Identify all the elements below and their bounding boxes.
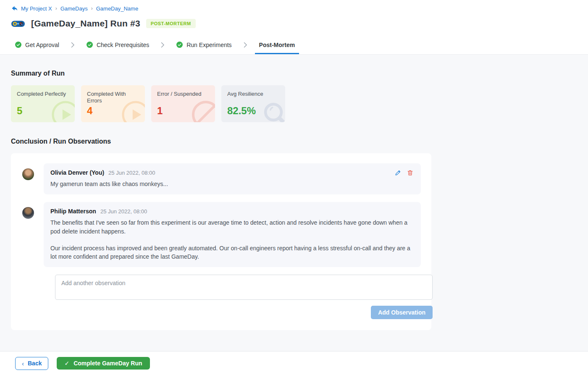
stat-label: Completed Perfectly xyxy=(17,91,69,97)
comment-text: My gamerun team acts like chaos monkeys.… xyxy=(50,180,413,188)
stat-value: 4 xyxy=(87,105,139,117)
comment-author: Philip Matterson xyxy=(50,208,96,215)
comment-author: Olivia Denver (You) xyxy=(50,169,104,176)
chevron-right-icon xyxy=(244,42,247,48)
stat-label: Completed With Errors xyxy=(87,91,139,105)
tab-run-experiments[interactable]: Run Experiments xyxy=(172,35,236,54)
stat-card-completed-perfectly: Completed Perfectly 5 xyxy=(11,85,75,122)
breadcrumb-link-gameday-name[interactable]: GameDay_Name xyxy=(96,5,138,12)
comment-timestamp: 25 Jun 2022, 08:00 xyxy=(108,170,155,176)
main-content: Summary of Run Completed Perfectly 5 Com… xyxy=(0,55,588,351)
stat-card-completed-with-errors: Completed With Errors 4 xyxy=(81,85,145,122)
stat-label: Avg Resilience xyxy=(227,91,279,97)
edit-icon[interactable] xyxy=(395,170,401,176)
breadcrumb: My Project X › GameDays › GameDay_Name xyxy=(11,4,577,16)
comment-bubble: Philip Matterson 25 Jun 2022, 08:00 The … xyxy=(44,202,421,267)
tab-check-prerequisites[interactable]: Check Prerequisites xyxy=(82,35,153,54)
check-circle-icon xyxy=(87,42,93,48)
comment-row: Philip Matterson 25 Jun 2022, 08:00 The … xyxy=(22,202,421,267)
chevron-left-icon: ‹ xyxy=(22,360,24,367)
breadcrumb-link-gamedays[interactable]: GameDays xyxy=(60,5,88,12)
chevron-right-icon: › xyxy=(55,5,57,11)
project-icon xyxy=(11,5,18,12)
page-title: [GameDay_Name] Run #3 xyxy=(31,18,140,29)
stat-value: 82.5% xyxy=(227,105,279,117)
observations-heading: Conclusion / Run Observations xyxy=(11,138,577,145)
tab-post-mortem[interactable]: Post-Mortem xyxy=(255,35,299,54)
tab-get-approval[interactable]: Get Approval xyxy=(11,35,63,54)
comment-bubble: Olivia Denver (You) 25 Jun 2022, 08:00 M… xyxy=(44,163,421,194)
check-icon: ✓ xyxy=(64,360,69,367)
tab-label: Get Approval xyxy=(25,42,59,48)
observations-card: Olivia Denver (You) 25 Jun 2022, 08:00 M… xyxy=(11,153,431,330)
stat-value: 1 xyxy=(157,105,209,117)
stat-value: 5 xyxy=(17,105,69,117)
check-circle-icon xyxy=(176,42,183,48)
summary-heading: Summary of Run xyxy=(11,70,577,77)
avatar xyxy=(22,168,34,180)
chevron-right-icon xyxy=(71,42,75,48)
step-tabs: Get Approval Check Prerequisites Run Exp… xyxy=(0,35,588,55)
chevron-right-icon: › xyxy=(91,5,93,11)
tab-label: Check Prerequisites xyxy=(97,42,149,48)
comment-row: Olivia Denver (You) 25 Jun 2022, 08:00 M… xyxy=(22,163,421,194)
complete-gameday-run-button[interactable]: ✓ Complete GameDay Run xyxy=(57,357,150,370)
summary-cards: Completed Perfectly 5 Completed With Err… xyxy=(11,85,577,122)
page-header: My Project X › GameDays › GameDay_Name [… xyxy=(0,0,588,35)
gamepad-icon xyxy=(11,19,25,29)
stat-label: Error / Suspended xyxy=(157,91,209,97)
tab-label: Post-Mortem xyxy=(259,42,295,48)
comment-timestamp: 25 Jun 2022, 08:00 xyxy=(100,208,147,215)
chevron-right-icon xyxy=(161,42,165,48)
observation-input[interactable] xyxy=(55,275,433,300)
add-observation-button[interactable]: Add Observation xyxy=(371,306,433,319)
stat-card-avg-resilience: Avg Resilience 82.5% xyxy=(221,85,285,122)
back-button[interactable]: ‹ Back xyxy=(15,357,48,370)
footer-bar: ‹ Back ✓ Complete GameDay Run xyxy=(0,351,588,375)
tab-label: Run Experiments xyxy=(186,42,231,48)
check-circle-icon xyxy=(15,42,21,48)
status-badge: POST-MORTERM xyxy=(146,19,196,28)
comment-text: The benefits that I've seen so far from … xyxy=(50,218,413,261)
avatar xyxy=(22,207,34,219)
stat-card-error-suspended: Error / Suspended 1 xyxy=(151,85,215,122)
breadcrumb-link-project[interactable]: My Project X xyxy=(21,5,52,12)
delete-icon[interactable] xyxy=(407,170,413,176)
